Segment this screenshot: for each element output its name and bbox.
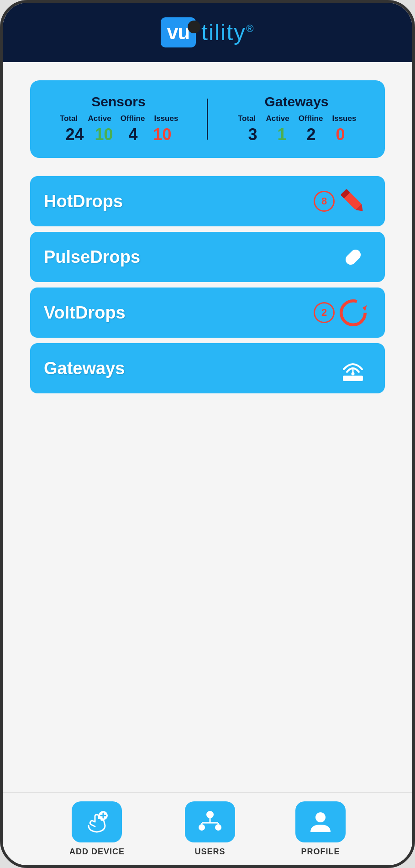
profile-label: PROFILE [301,847,340,857]
gateways-issues-label: Issues [332,114,356,123]
gateways-values: 3 1 2 0 [243,125,351,144]
gateways-label: Gateways [44,359,335,378]
users-button[interactable] [185,801,235,842]
svg-point-7 [352,372,355,376]
voltdrops-badge: 2 [314,302,335,323]
svg-point-11 [206,811,214,818]
voltdrops-label: VoltDrops [44,303,305,323]
users-nav-item[interactable]: USERS [185,801,235,857]
voltdrop-icon [335,294,371,331]
users-label: USERS [194,847,225,857]
logo-vu-text: vu [167,21,189,44]
logo-tility-text: tility® [201,19,254,46]
hotdrops-label: HotDrops [44,192,305,211]
main-content: Sensors Total Active Offline Issues 24 1… [3,62,412,792]
pulsedrops-row[interactable]: PulseDrops [30,232,385,282]
gateways-active-label: Active [266,114,289,123]
add-device-nav-item[interactable]: ADD DEVICE [69,801,125,857]
sensors-values: 24 10 4 10 [65,125,173,144]
gateways-issues-value: 0 [331,125,351,144]
gateways-stats-section: Gateways Total Active Offline Issues 3 1… [217,94,376,144]
device-frame: vu tility® Sensors Total Active Offline … [0,0,415,868]
sensors-total-label: Total [59,114,79,123]
svg-rect-3 [343,247,362,267]
hotdrop-icon [335,183,371,220]
sensors-title: Sensors [91,94,145,110]
svg-rect-6 [343,376,363,381]
sensors-issues-value: 10 [152,125,173,144]
add-device-button[interactable] [72,801,122,842]
gateways-total-value: 3 [243,125,263,144]
gateways-offline-value: 2 [301,125,321,144]
svg-point-12 [199,824,205,831]
profile-nav-item[interactable]: PROFILE [295,801,346,857]
svg-marker-5 [362,305,367,311]
sensors-section: Sensors Total Active Offline Issues 24 1… [39,94,198,144]
gateways-labels: Total Active Offline Issues [237,114,357,123]
voltdrops-row[interactable]: VoltDrops 2 [30,288,385,338]
stats-divider [207,99,208,140]
gateways-offline-label: Offline [299,114,323,123]
gateway-icon [335,350,371,387]
app-logo: vu tility® [161,17,255,47]
add-device-label: ADD DEVICE [69,847,125,857]
sensors-active-label: Active [88,114,111,123]
sensors-offline-label: Offline [121,114,145,123]
logo-dot [188,21,200,33]
gateways-stats-title: Gateways [264,94,328,110]
sensors-labels: Total Active Offline Issues [59,114,179,123]
hotdrops-badge: 8 [314,191,335,212]
pulsedrop-icon [335,239,371,275]
bottom-nav: ADD DEVICE USERS [3,792,412,865]
sensors-offline-value: 4 [123,125,143,144]
device-list: HotDrops 8 PulseDrops [30,176,385,393]
gateways-total-label: Total [237,114,257,123]
svg-point-13 [215,824,221,831]
sensors-issues-label: Issues [154,114,178,123]
profile-button[interactable] [295,801,346,842]
gateways-row[interactable]: Gateways [30,343,385,393]
sensors-total-value: 24 [65,125,85,144]
svg-point-4 [341,301,365,325]
svg-point-18 [315,812,326,822]
sensors-active-value: 10 [94,125,114,144]
pulsedrops-label: PulseDrops [44,247,335,267]
stats-card: Sensors Total Active Offline Issues 24 1… [30,80,385,158]
gateways-active-value: 1 [272,125,292,144]
hotdrops-row[interactable]: HotDrops 8 [30,176,385,226]
app-header: vu tility® [3,3,412,62]
